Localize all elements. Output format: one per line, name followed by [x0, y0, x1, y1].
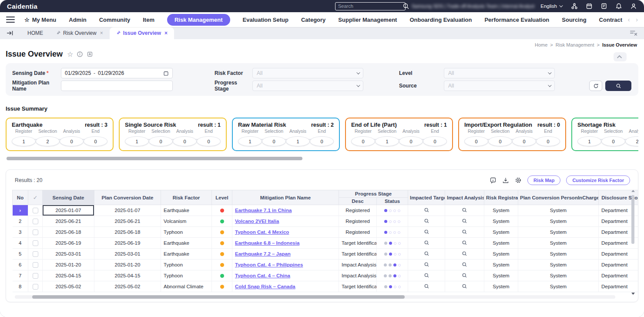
row-selector[interactable]: 2 — [13, 216, 28, 227]
sensing-date-cell[interactable]: 2025-05-02 — [43, 281, 94, 292]
menu-item-category[interactable]: Category — [301, 17, 325, 23]
close-icon[interactable]: × — [164, 30, 168, 36]
magnifier-icon[interactable] — [462, 240, 467, 246]
sensing-date-cell[interactable]: 2025-01-07 — [43, 205, 94, 216]
sensing-date-cell[interactable]: 2025-01-20 — [43, 260, 94, 270]
row-selector[interactable]: 4 — [13, 238, 28, 249]
magnifier-icon[interactable] — [424, 207, 429, 213]
mitigation-plan-link[interactable]: Typhoon Cat. 4 – Philippines — [235, 262, 303, 267]
row-selector[interactable]: 7 — [13, 270, 28, 281]
summary-card-raw-material-risk[interactable]: Raw Material Riskresult : 2RegisterSelec… — [232, 118, 340, 151]
mitigation-plan-name-input[interactable] — [61, 81, 173, 91]
select-all-header[interactable]: ✓ — [28, 190, 43, 205]
scroll-up-icon[interactable] — [631, 190, 635, 192]
hamburger-menu-icon[interactable] — [6, 17, 15, 23]
mitigation-plan-link[interactable]: Earthquake 7.2 – Japan — [235, 251, 291, 256]
close-icon[interactable]: × — [100, 30, 103, 36]
sensing-date-cell[interactable]: 2025-06-18 — [43, 227, 94, 238]
memo-icon[interactable] — [600, 3, 607, 10]
menu-item-my-menu[interactable]: ☆My Menu — [24, 17, 56, 23]
date-from-value[interactable]: 01/29/2025 — [65, 70, 91, 76]
checkbox[interactable] — [33, 262, 38, 268]
close-all-tabs-icon[interactable] — [629, 29, 638, 37]
info-icon[interactable] — [77, 51, 83, 57]
column-header-plan-conversion-date[interactable]: Plan Conversion Date — [94, 190, 161, 205]
column-header-no[interactable]: No — [13, 190, 28, 205]
tab-issue-overview[interactable]: Issue Overview× — [110, 27, 174, 39]
menu-item-item[interactable]: Item — [143, 17, 154, 23]
summary-card-end-of-life-part[interactable]: End of Life (Part)result : 1RegisterSele… — [345, 118, 453, 151]
row-selector[interactable]: 5 — [13, 249, 28, 260]
checkbox[interactable] — [33, 273, 38, 279]
column-header-desc[interactable]: Desc — [339, 198, 377, 205]
calendar-icon[interactable] — [585, 3, 593, 10]
magnifier-icon[interactable] — [462, 229, 467, 235]
risk-factor-select[interactable]: All — [252, 68, 363, 78]
column-header-risk-factor[interactable]: Risk Factor — [161, 190, 212, 205]
menu-item-sourcing[interactable]: Sourcing — [562, 17, 586, 23]
row-selector[interactable]: 8 — [13, 281, 28, 292]
checkbox[interactable] — [33, 240, 38, 246]
table-horizontal-scrollbar[interactable] — [15, 295, 615, 299]
mitigation-plan-link[interactable]: Volcano 2VEI Italia — [235, 219, 279, 224]
download-icon[interactable] — [502, 177, 509, 184]
sensing-date-cell[interactable]: 2025-03-01 — [43, 249, 94, 260]
risk-map-button[interactable]: Risk Map — [527, 175, 560, 185]
bell-icon[interactable] — [615, 3, 622, 10]
breadcrumb-home[interactable]: Home — [535, 42, 547, 47]
row-selector[interactable]: 3 — [13, 227, 28, 238]
mitigation-plan-link[interactable]: Typhoon Cat. 4 – China — [235, 273, 290, 278]
column-header-status[interactable]: Status — [377, 198, 408, 205]
vertical-scrollbar-thumb[interactable] — [631, 195, 634, 244]
magnifier-icon[interactable] — [424, 229, 429, 235]
sensing-date-cell[interactable]: 2025-06-19 — [43, 238, 94, 249]
date-to-value[interactable]: 01/29/2026 — [98, 70, 124, 76]
sensing-date-cell[interactable]: 2025-06-21 — [43, 216, 94, 227]
magnifier-icon[interactable] — [462, 207, 467, 213]
search-icon[interactable] — [402, 3, 409, 10]
checkbox[interactable] — [33, 208, 38, 213]
menu-scroll-right-icon[interactable]: › — [636, 16, 638, 23]
favorite-star-icon[interactable]: ☆ — [67, 50, 73, 58]
magnifier-icon[interactable] — [462, 218, 467, 224]
summary-card-shortage-risk[interactable]: Shortage RiskRegisterSelectionAnalysisEn… — [571, 118, 638, 151]
column-header-level[interactable]: Level — [212, 190, 232, 205]
menu-item-performance-evaluation[interactable]: Performance Evaluation — [484, 17, 549, 23]
mitigation-plan-link[interactable]: Earthquake 6.8 – Indonesia — [235, 240, 299, 246]
menu-item-risk-management[interactable]: Risk Management — [167, 14, 230, 26]
language-selector[interactable]: English — [540, 3, 562, 9]
org-chart-icon[interactable] — [570, 3, 578, 10]
row-selector[interactable]: 6 — [13, 260, 28, 270]
magnifier-icon[interactable] — [424, 283, 429, 289]
breadcrumb-risk-management[interactable]: Risk Management — [556, 42, 594, 47]
checkbox[interactable] — [33, 284, 38, 290]
tab-risk-overview[interactable]: Risk Overview× — [50, 27, 110, 39]
column-header-plan-conversion-personincharge[interactable]: Plan Conversion PersonInCharge — [518, 190, 599, 205]
magnifier-icon[interactable] — [462, 262, 467, 267]
checkbox[interactable] — [33, 251, 38, 257]
magnifier-icon[interactable] — [462, 273, 467, 278]
summary-card-earthquake[interactable]: Earthquakeresult : 3RegisterSelectionAna… — [6, 118, 114, 151]
horizontal-scrollbar-thumb[interactable] — [32, 295, 405, 299]
tooltip-icon[interactable] — [490, 177, 496, 184]
scroll-down-icon[interactable] — [631, 293, 635, 295]
checkbox[interactable] — [33, 229, 38, 235]
checkbox[interactable] — [33, 219, 38, 224]
magnifier-icon[interactable] — [424, 218, 429, 224]
column-header-sensing-date[interactable]: Sensing Date — [43, 190, 94, 205]
search-button[interactable] — [605, 81, 631, 91]
sensing-date-cell[interactable]: 2025-04-15 — [43, 270, 94, 281]
column-header-impact-analysis[interactable]: Impact Analysis — [445, 190, 484, 205]
cards-scrollbar-thumb[interactable] — [7, 157, 302, 160]
reset-button[interactable] — [589, 81, 602, 91]
menu-item-evaluation-setup[interactable]: Evaluation Setup — [243, 17, 288, 23]
progress-stage-select[interactable]: All — [252, 81, 363, 91]
menu-item-supplier-management[interactable]: Supplier Management — [338, 17, 397, 23]
summary-card-import-export-regulation[interactable]: Import/Export Regulationresult : 0Regist… — [458, 118, 566, 151]
summary-card-single-source-risk[interactable]: Single Source Riskresult : 1RegisterSele… — [119, 118, 227, 151]
menu-item-contract[interactable]: Contract — [599, 17, 622, 23]
menu-item-admin[interactable]: Admin — [69, 17, 86, 23]
table-vertical-scrollbar[interactable] — [631, 190, 635, 295]
sensing-date-range-input[interactable]: 01/29/2025 - 01/29/2026 — [61, 68, 173, 78]
magnifier-icon[interactable] — [424, 262, 429, 267]
